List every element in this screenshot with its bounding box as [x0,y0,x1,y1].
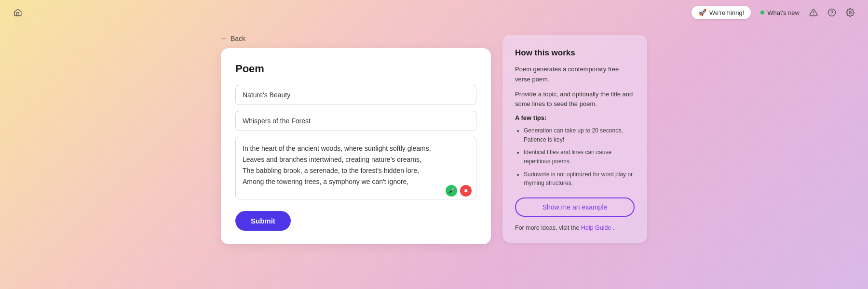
help-text-prefix: For more ideas, visit the [515,224,581,231]
panel-desc-1: Poem generates a contemporary free verse… [515,65,635,85]
panel-title: How this works [515,48,635,58]
home-button[interactable] [14,8,22,17]
main-content: ← Back Poem In the heart of the ancient … [0,25,868,289]
alert-button[interactable] [809,8,818,17]
lines-input[interactable] [235,111,476,131]
poem-card: Poem In the heart of the ancient woods, … [221,48,491,244]
rocket-icon: 🚀 [698,9,706,16]
poem-textarea[interactable]: In the heart of the ancient woods, where… [235,137,476,199]
nav-right: 🚀 We're hiring! What's new [692,6,854,19]
submit-button[interactable]: Submit [235,211,291,231]
whatsnew-label: What's new [767,9,800,16]
tips-heading: A few tips: [515,114,635,121]
green-dot [760,11,764,14]
gear-icon [846,8,854,17]
card-title: Poem [235,63,476,75]
help-text: For more ideas, visit the Help Guide . [515,224,635,231]
alert-icon [809,8,818,17]
mic-icon[interactable]: 🎤 [446,185,457,197]
svg-point-4 [849,12,852,14]
help-guide-link[interactable]: Help Guide [581,224,611,231]
stop-icon[interactable]: ■ [460,185,472,197]
title-input[interactable] [235,85,476,105]
left-column: ← Back Poem In the heart of the ancient … [221,35,491,244]
back-button[interactable]: ← Back [221,35,245,42]
how-it-works-panel: How this works Poem generates a contempo… [502,35,647,243]
hiring-button[interactable]: 🚀 We're hiring! [692,6,751,19]
top-nav: 🚀 We're hiring! What's new [0,0,868,25]
whatsnew-button[interactable]: What's new [760,9,800,16]
hiring-label: We're hiring! [709,9,744,16]
tip-item: Generation can take up to 20 seconds. Pa… [524,126,635,144]
tips-list: Generation can take up to 20 seconds. Pa… [515,126,635,188]
settings-button[interactable] [846,8,854,17]
help-button[interactable] [827,8,836,17]
tip-item: Sudowrite is not optimized for word play… [524,170,635,188]
back-label: Back [231,35,245,42]
back-arrow-icon: ← [221,35,228,42]
help-text-suffix: . [613,224,614,231]
home-icon [14,8,22,17]
show-example-button[interactable]: Show me an example [515,197,635,217]
panel-desc-2: Provide a topic, and optionally the titl… [515,90,635,110]
help-icon [827,8,836,17]
tip-item: Identical titles and lines can cause rep… [524,148,635,166]
textarea-icon-group: 🎤 ■ [446,185,472,197]
poem-textarea-wrapper: In the heart of the ancient woods, where… [235,137,476,201]
